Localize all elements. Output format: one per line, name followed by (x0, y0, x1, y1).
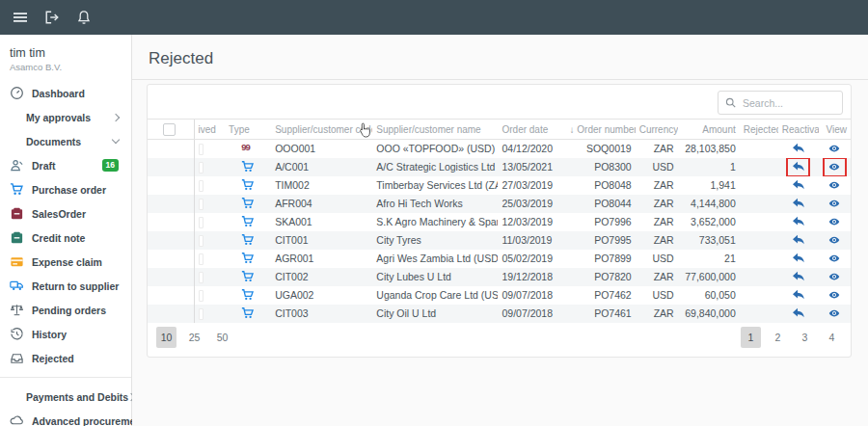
view-button[interactable] (825, 251, 845, 267)
eye-icon (827, 198, 841, 209)
col-supplier-code[interactable]: Supplier/customer code (271, 120, 372, 140)
page-number-3[interactable]: 3 (795, 327, 815, 348)
logout-icon[interactable] (44, 10, 60, 25)
reactivate-button[interactable] (788, 141, 808, 157)
table-row[interactable]: AFR004 Afro Hi Tech Works 25/03/2019 PO8… (148, 195, 851, 213)
order-date-cell: 05/02/2019 (498, 250, 565, 268)
sidebar-item-label: Purchase order (32, 184, 106, 196)
page-size-10[interactable]: 10 (156, 327, 176, 348)
reactivate-button[interactable] (788, 196, 808, 212)
supplier-code-cell: AGR001 (271, 250, 372, 268)
table-row[interactable]: SKA001 S.K Agro Machinery & Spare Parts … (148, 213, 851, 231)
col-order-number[interactable]: ↓ Order number (566, 120, 636, 140)
col-currency[interactable]: Currency (636, 120, 678, 140)
sidebar-item-my-approvals[interactable]: My approvals (0, 105, 131, 129)
table-row[interactable]: CIT002 City Lubes U Ltd 19/12/2018 PO782… (148, 268, 851, 286)
view-button[interactable] (825, 306, 845, 322)
view-button[interactable] (825, 159, 845, 175)
view-button[interactable] (825, 287, 845, 304)
col-supplier-name[interactable]: Supplier/customer name (372, 120, 498, 140)
rejected-by-cell (740, 176, 778, 195)
table-row[interactable]: TIM002 Timberbay Services Ltd (ZAR) 27/0… (148, 176, 851, 195)
reactivate-button[interactable] (788, 269, 808, 285)
type-cell (225, 213, 271, 231)
credit-box-icon (10, 230, 24, 245)
sidebar-item-purchase-order[interactable]: Purchase order (0, 177, 131, 201)
select-all-checkbox[interactable] (163, 123, 176, 136)
table-row[interactable]: 99 OOO001 OOO «TOPFOOD» (USD) 04/12/2020… (148, 140, 851, 158)
sidebar-item-expense-claim[interactable]: Expense claim (0, 250, 131, 274)
sidebar-item-dashboard[interactable]: Dashboard (0, 81, 131, 105)
row-select-cell (148, 250, 194, 268)
table-row[interactable]: CIT001 City Tyres 11/03/2019 PO7995 ZAR … (148, 231, 851, 250)
page-number-2[interactable]: 2 (768, 327, 788, 348)
view-button[interactable] (825, 196, 845, 212)
sidebar-item-credit-note[interactable]: Credit note (0, 226, 131, 250)
sidebar-item-advanced-procurement[interactable]: Advanced procurement (0, 409, 131, 426)
supplier-name-cell: Afro Hi Tech Works (372, 195, 498, 213)
page-number-1[interactable]: 1 (741, 327, 761, 348)
page-size-25[interactable]: 25 (184, 327, 204, 348)
col-type[interactable]: Type (225, 120, 271, 140)
row-checkbox[interactable] (199, 180, 203, 192)
sidebar-item-label: My approvals (26, 112, 91, 123)
reactivate-button[interactable] (788, 251, 808, 267)
sidebar-item-pending-orders[interactable]: Pending orders (0, 298, 131, 322)
search-input[interactable] (741, 96, 835, 110)
currency-cell: ZAR (636, 213, 678, 231)
currency-cell: USD (636, 158, 678, 176)
reactivate-button[interactable] (788, 159, 808, 175)
page-number-4[interactable]: 4 (822, 327, 842, 348)
sidebar-item-history[interactable]: History (0, 322, 131, 346)
sidebar-item-payments-and-debits[interactable]: Payments and Debits (0, 385, 131, 409)
currency-cell: ZAR (636, 195, 678, 213)
sidebar-item-salesorder[interactable]: SalesOrder (0, 201, 131, 226)
row-checkbox[interactable] (199, 290, 203, 302)
order-number-cell: PO7462 (566, 286, 636, 305)
row-checkbox[interactable] (199, 199, 203, 210)
view-button[interactable] (825, 232, 845, 249)
received-cell (194, 140, 225, 158)
row-checkbox[interactable] (199, 272, 203, 283)
col-rejected-by[interactable]: Rejected by (740, 120, 778, 140)
table-row[interactable]: CIT003 City Oil U Ltd 09/07/2018 PO7461 … (148, 305, 851, 323)
page-selector: 1234 (734, 327, 842, 348)
col-order-date[interactable]: Order date (498, 120, 565, 140)
reactivate-button[interactable] (788, 214, 808, 230)
scale-icon (10, 303, 24, 317)
reactivate-button[interactable] (788, 232, 808, 249)
pagination: 102550 1234 (156, 327, 842, 348)
col-amount[interactable]: Amount (678, 120, 740, 140)
reply-arrow-icon (792, 271, 805, 282)
row-checkbox[interactable] (199, 308, 203, 320)
sidebar-nav: Dashboard My approvals Documents Draft 1… (0, 81, 131, 426)
sidebar-item-documents[interactable]: Documents (0, 129, 131, 153)
view-button[interactable] (825, 141, 845, 157)
bell-icon[interactable] (76, 10, 92, 25)
row-checkbox[interactable] (199, 217, 203, 228)
reactivate-cell (778, 250, 819, 268)
row-checkbox[interactable] (199, 162, 203, 173)
page-size-50[interactable]: 50 (212, 327, 232, 348)
view-button[interactable] (825, 269, 845, 285)
row-checkbox[interactable] (199, 144, 203, 155)
rejected-by-cell (740, 140, 778, 158)
amount-cell: 4,144,800 (678, 195, 740, 213)
cart-icon (10, 182, 24, 197)
sidebar-item-draft[interactable]: Draft 16 (0, 153, 131, 177)
reactivate-button[interactable] (788, 306, 808, 322)
view-button[interactable] (825, 214, 845, 230)
row-checkbox[interactable] (199, 235, 203, 247)
reactivate-button[interactable] (788, 177, 808, 194)
col-received[interactable]: ived (194, 120, 225, 140)
menu-icon[interactable] (13, 10, 28, 25)
table-row[interactable]: A/C001 A/C Strategic Logistics Ltd 13/05… (148, 158, 851, 176)
table-row[interactable]: AGR001 Agri Wes Zambia Ltd (USD) 05/02/2… (148, 250, 851, 268)
row-checkbox[interactable] (199, 253, 203, 265)
sidebar-item-return-to-supplier[interactable]: Return to supplier (0, 274, 131, 298)
reactivate-button[interactable] (788, 287, 808, 304)
search-box (718, 91, 843, 115)
table-row[interactable]: UGA002 Uganda Crop Care Ltd (USD) 09/07/… (148, 286, 851, 305)
sidebar-item-rejected[interactable]: Rejected (0, 346, 131, 370)
view-button[interactable] (825, 177, 845, 194)
